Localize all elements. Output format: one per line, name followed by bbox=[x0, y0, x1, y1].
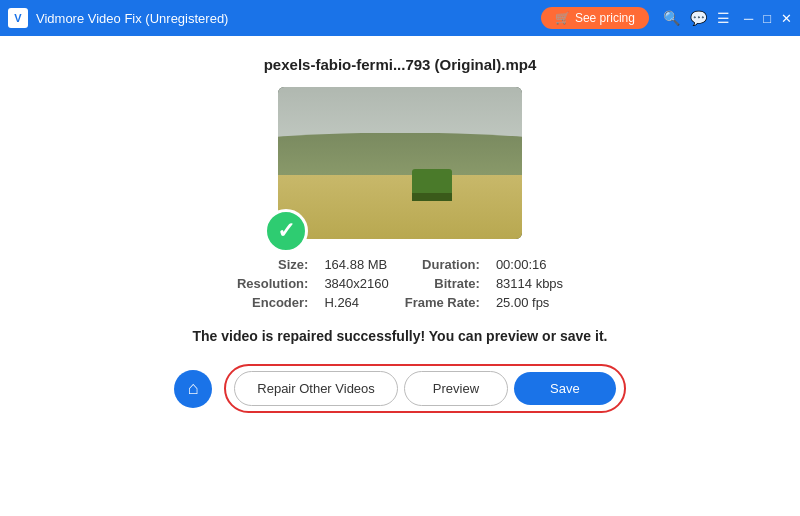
duration-value: 00:00:16 bbox=[496, 257, 563, 272]
size-label: Size: bbox=[237, 257, 309, 272]
home-button[interactable]: ⌂ bbox=[174, 370, 212, 408]
repair-other-button[interactable]: Repair Other Videos bbox=[234, 371, 398, 406]
window-controls: ─ □ ✕ bbox=[744, 12, 792, 25]
action-buttons-group: Repair Other Videos Preview Save bbox=[224, 364, 625, 413]
success-badge: ✓ bbox=[264, 209, 308, 253]
cart-icon: 🛒 bbox=[555, 11, 570, 25]
framerate-label: Frame Rate: bbox=[405, 295, 480, 310]
framerate-value: 25.00 fps bbox=[496, 295, 563, 310]
title-bar-right: 🛒 See pricing 🔍 💬 ☰ ─ □ ✕ bbox=[541, 7, 792, 29]
size-value: 164.88 MB bbox=[324, 257, 388, 272]
app-title: Vidmore Video Fix (Unregistered) bbox=[36, 11, 228, 26]
home-icon: ⌂ bbox=[188, 378, 199, 399]
close-button[interactable]: ✕ bbox=[781, 12, 792, 25]
maximize-button[interactable]: □ bbox=[763, 12, 771, 25]
minimize-button[interactable]: ─ bbox=[744, 12, 753, 25]
video-thumbnail bbox=[278, 87, 522, 239]
app-logo: V bbox=[8, 8, 28, 28]
video-container: ✓ bbox=[278, 87, 522, 239]
success-message: The video is repaired successfully! You … bbox=[193, 328, 608, 344]
chat-icon[interactable]: 💬 bbox=[690, 10, 707, 26]
checkmark-icon: ✓ bbox=[277, 220, 295, 242]
action-wrapper: ⌂ Repair Other Videos Preview Save bbox=[174, 364, 625, 413]
see-pricing-label: See pricing bbox=[575, 11, 635, 25]
field-bg bbox=[278, 175, 522, 239]
preview-button[interactable]: Preview bbox=[404, 371, 508, 406]
title-bar: V Vidmore Video Fix (Unregistered) 🛒 See… bbox=[0, 0, 800, 36]
save-button[interactable]: Save bbox=[514, 372, 616, 405]
resolution-value: 3840x2160 bbox=[324, 276, 388, 291]
bitrate-value: 83114 kbps bbox=[496, 276, 563, 291]
encoder-label: Encoder: bbox=[237, 295, 309, 310]
main-content: pexels-fabio-fermi...793 (Original).mp4 … bbox=[0, 36, 800, 516]
harvester-shape bbox=[412, 169, 452, 193]
duration-label: Duration: bbox=[405, 257, 480, 272]
search-icon[interactable]: 🔍 bbox=[663, 10, 680, 26]
bitrate-label: Bitrate: bbox=[405, 276, 480, 291]
title-bar-icons: 🔍 💬 ☰ bbox=[663, 10, 730, 26]
resolution-label: Resolution: bbox=[237, 276, 309, 291]
encoder-value: H.264 bbox=[324, 295, 388, 310]
video-title: pexels-fabio-fermi...793 (Original).mp4 bbox=[264, 56, 537, 73]
see-pricing-button[interactable]: 🛒 See pricing bbox=[541, 7, 649, 29]
title-bar-left: V Vidmore Video Fix (Unregistered) bbox=[8, 8, 228, 28]
file-info: Size: 164.88 MB Duration: 00:00:16 Resol… bbox=[237, 257, 563, 310]
hills-bg bbox=[278, 133, 522, 179]
menu-icon[interactable]: ☰ bbox=[717, 10, 730, 26]
